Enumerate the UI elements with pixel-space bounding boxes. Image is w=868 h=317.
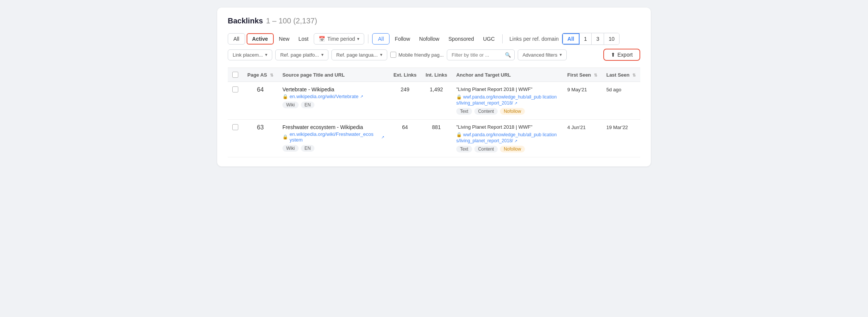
anchor-ext-icon2: ↗ xyxy=(514,139,517,143)
row2-tags: Wiki EN xyxy=(282,145,385,152)
mobile-friendly-checkbox-label[interactable]: Mobile friendly pag... xyxy=(390,52,444,58)
th-source-title-url: Source page Title and URL xyxy=(278,68,389,82)
row1-first-seen: 9 May'21 xyxy=(563,82,601,120)
select-all-checkbox[interactable] xyxy=(232,72,238,78)
lock-icon: 🔒 xyxy=(282,94,288,99)
filter-title-input-wrap: 🔍 xyxy=(447,49,515,60)
row2-checkbox-cell xyxy=(228,120,243,157)
lprd-btn-10[interactable]: 10 xyxy=(604,33,619,45)
th-first-seen[interactable]: First Seen ⇅ xyxy=(563,68,601,82)
row1-checkbox[interactable] xyxy=(232,86,238,92)
adv-filters-chevron-icon: ▾ xyxy=(560,52,562,57)
anchor-lock-icon: 🔒 xyxy=(456,94,462,100)
ref-page-platform-dropdown[interactable]: Ref. page platfo... ▾ xyxy=(275,49,328,60)
header-row: Backlinks 1 – 100 (2,137) xyxy=(228,17,640,25)
table-row: 64 Vertebrate - Wikipedia 🔒 en.wikipedia… xyxy=(228,82,640,120)
lprd-btn-1[interactable]: 1 xyxy=(580,33,592,45)
row2-ext-links: 64 xyxy=(389,120,421,157)
row2-anchor-url[interactable]: 🔒 wwf.panda.org/knowledge_hub/all_pub li… xyxy=(456,132,557,143)
mobile-friendly-checkbox[interactable] xyxy=(390,52,396,58)
row2-source-url[interactable]: 🔒 en.wikipedia.org/wiki/Freshwater_ecos … xyxy=(282,131,385,143)
advanced-filters-button[interactable]: Advanced filters ▾ xyxy=(518,49,567,60)
status-filter-lost[interactable]: Lost xyxy=(295,34,312,44)
filter-title-input[interactable] xyxy=(447,49,515,60)
row1-anchor-url[interactable]: 🔒 wwf.panda.org/knowledge_hub/all_pub li… xyxy=(456,94,557,106)
lprd-group: Links per ref. domain All 1 3 10 xyxy=(509,33,620,45)
row1-ext-links: 249 xyxy=(389,82,421,120)
row1-int-links: 1,492 xyxy=(421,82,452,120)
row1-checkbox-cell xyxy=(228,82,243,120)
table-row: 63 Freshwater ecosystem - Wikipedia 🔒 en… xyxy=(228,120,640,157)
tag-wiki: Wiki xyxy=(282,102,299,108)
backlinks-table: Page AS ⇅ Source page Title and URL Ext.… xyxy=(228,68,640,157)
th-anchor-target: Anchor and Target URL xyxy=(452,68,563,82)
tag-wiki2: Wiki xyxy=(282,145,299,152)
th-ext-links: Ext. Links xyxy=(389,68,421,82)
lprd-label: Links per ref. domain xyxy=(509,36,559,42)
search-icon: 🔍 xyxy=(505,52,511,58)
external-link-icon2: ↗ xyxy=(381,135,384,139)
last-seen-sort-icon: ⇅ xyxy=(632,73,636,78)
th-checkbox xyxy=(228,68,243,82)
status-filter-all[interactable]: All xyxy=(228,33,245,45)
divider xyxy=(368,34,368,43)
row2-last-seen: 19 Mar'22 xyxy=(602,120,640,157)
export-button[interactable]: ⬆ Export xyxy=(603,49,640,61)
export-icon: ⬆ xyxy=(611,52,615,58)
link-placement-chevron-icon: ▾ xyxy=(265,52,267,57)
filters-row1: All Active New Lost 📅 Time period ▾ All … xyxy=(228,33,640,45)
ref-platform-chevron-icon: ▾ xyxy=(321,52,324,57)
row2-first-seen: 4 Jun'21 xyxy=(563,120,601,157)
row2-checkbox[interactable] xyxy=(232,124,238,130)
anchor-ext-icon: ↗ xyxy=(514,101,517,105)
count-range: 1 – 100 (2,137) xyxy=(266,17,317,25)
th-last-seen[interactable]: Last Seen ⇅ xyxy=(602,68,640,82)
row2-int-links: 881 xyxy=(421,120,452,157)
external-link-icon: ↗ xyxy=(360,94,363,98)
row2-source-title: Freshwater ecosystem - Wikipedia xyxy=(282,124,385,130)
tag-nofollow: Nofollow xyxy=(500,108,525,115)
row1-source: Vertebrate - Wikipedia 🔒 en.wikipedia.or… xyxy=(278,82,389,120)
status-filter-active[interactable]: Active xyxy=(247,33,274,45)
status-filter-new[interactable]: New xyxy=(275,34,293,44)
tag-content2: Content xyxy=(474,146,498,152)
row2-anchor: "Living Planet Report 2018 | WWF" 🔒 wwf.… xyxy=(452,120,563,157)
divider2 xyxy=(502,34,503,43)
tag-text2: Text xyxy=(456,146,472,152)
ref-language-chevron-icon: ▾ xyxy=(380,52,382,57)
row2-page-as: 63 xyxy=(243,120,278,157)
table-header-row: Page AS ⇅ Source page Title and URL Ext.… xyxy=(228,68,640,82)
row2-anchor-title: "Living Planet Report 2018 | WWF" xyxy=(456,124,558,130)
link-type-ugc[interactable]: UGC xyxy=(479,34,498,44)
row1-anchor-tags: Text Content Nofollow xyxy=(456,108,558,115)
link-type-sponsored[interactable]: Sponsored xyxy=(445,34,478,44)
row2-source: Freshwater ecosystem - Wikipedia 🔒 en.wi… xyxy=(278,120,389,157)
page-as-sort-icon: ⇅ xyxy=(270,73,273,78)
tag-en: EN xyxy=(301,102,315,108)
th-int-links: Int. Links xyxy=(421,68,452,82)
link-type-nofollow[interactable]: Nofollow xyxy=(416,34,443,44)
lprd-buttons: All 1 3 10 xyxy=(562,33,620,45)
row1-tags: Wiki EN xyxy=(282,102,385,108)
chevron-down-icon: ▾ xyxy=(357,36,359,42)
row1-last-seen: 5d ago xyxy=(602,82,640,120)
row2-anchor-tags: Text Content Nofollow xyxy=(456,146,558,152)
link-placement-dropdown[interactable]: Link placem... ▾ xyxy=(228,49,272,60)
tag-content: Content xyxy=(474,108,498,115)
link-type-follow[interactable]: Follow xyxy=(391,34,414,44)
anchor-lock-icon2: 🔒 xyxy=(456,132,462,137)
time-period-button[interactable]: 📅 Time period ▾ xyxy=(314,33,364,45)
tag-en2: EN xyxy=(301,145,315,152)
row1-anchor: "Living Planet Report 2018 | WWF" 🔒 wwf.… xyxy=(452,82,563,120)
ref-page-language-dropdown[interactable]: Ref. page langua... ▾ xyxy=(331,49,387,60)
lprd-btn-all[interactable]: All xyxy=(562,33,580,45)
lprd-btn-3[interactable]: 3 xyxy=(592,33,604,45)
row1-source-title: Vertebrate - Wikipedia xyxy=(282,86,385,92)
lock-icon2: 🔒 xyxy=(282,134,288,140)
filters-row2: Link placem... ▾ Ref. page platfo... ▾ R… xyxy=(228,49,640,61)
link-type-all[interactable]: All xyxy=(372,33,390,45)
row1-page-as: 64 xyxy=(243,82,278,120)
th-page-as[interactable]: Page AS ⇅ xyxy=(243,68,278,82)
first-seen-sort-icon: ⇅ xyxy=(594,73,597,78)
row1-source-url[interactable]: 🔒 en.wikipedia.org/wiki/Vertebrate ↗ xyxy=(282,94,385,99)
